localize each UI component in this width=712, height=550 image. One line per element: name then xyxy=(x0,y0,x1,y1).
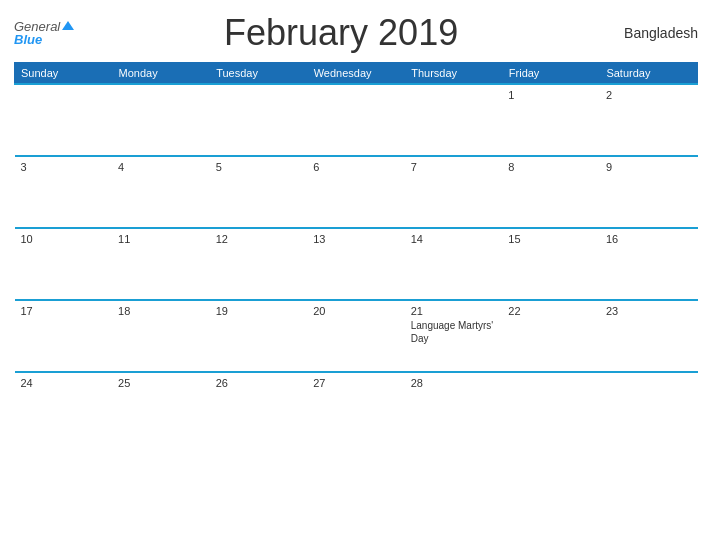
day-number: 27 xyxy=(313,377,399,389)
calendar-cell: 21Language Martyrs' Day xyxy=(405,300,503,372)
calendar-cell: 1 xyxy=(502,84,600,156)
day-number: 7 xyxy=(411,161,497,173)
day-number: 24 xyxy=(21,377,107,389)
day-number: 16 xyxy=(606,233,692,245)
calendar-cell: 16 xyxy=(600,228,698,300)
day-number: 21 xyxy=(411,305,497,317)
day-number: 10 xyxy=(21,233,107,245)
calendar-cell xyxy=(600,372,698,444)
calendar-cell: 5 xyxy=(210,156,308,228)
weekday-header-wednesday: Wednesday xyxy=(307,63,405,85)
calendar-cell: 22 xyxy=(502,300,600,372)
calendar-cell: 19 xyxy=(210,300,308,372)
weekday-header-saturday: Saturday xyxy=(600,63,698,85)
day-number: 18 xyxy=(118,305,204,317)
day-number: 3 xyxy=(21,161,107,173)
calendar-cell: 8 xyxy=(502,156,600,228)
calendar-cell: 24 xyxy=(15,372,113,444)
logo: General Blue xyxy=(14,20,74,46)
day-number: 1 xyxy=(508,89,594,101)
calendar-cell xyxy=(502,372,600,444)
calendar-cell: 26 xyxy=(210,372,308,444)
day-number: 25 xyxy=(118,377,204,389)
logo-blue-text: Blue xyxy=(14,33,74,46)
calendar-week-row: 10111213141516 xyxy=(15,228,698,300)
day-number: 5 xyxy=(216,161,302,173)
weekday-header-friday: Friday xyxy=(502,63,600,85)
calendar-cell: 12 xyxy=(210,228,308,300)
day-number: 11 xyxy=(118,233,204,245)
day-number: 8 xyxy=(508,161,594,173)
calendar-cell: 4 xyxy=(112,156,210,228)
day-number: 13 xyxy=(313,233,399,245)
logo-triangle-icon xyxy=(62,21,74,30)
calendar-cell: 14 xyxy=(405,228,503,300)
calendar-cell: 23 xyxy=(600,300,698,372)
calendar-cell: 25 xyxy=(112,372,210,444)
day-number: 4 xyxy=(118,161,204,173)
day-number: 22 xyxy=(508,305,594,317)
calendar-cell: 10 xyxy=(15,228,113,300)
calendar-cell xyxy=(210,84,308,156)
calendar-cell: 15 xyxy=(502,228,600,300)
event-label: Language Martyrs' Day xyxy=(411,319,497,345)
calendar-week-row: 12 xyxy=(15,84,698,156)
calendar-cell: 11 xyxy=(112,228,210,300)
day-number: 28 xyxy=(411,377,497,389)
weekday-header-tuesday: Tuesday xyxy=(210,63,308,85)
calendar-cell: 17 xyxy=(15,300,113,372)
calendar-week-row: 3456789 xyxy=(15,156,698,228)
calendar: SundayMondayTuesdayWednesdayThursdayFrid… xyxy=(14,62,698,444)
day-number: 19 xyxy=(216,305,302,317)
calendar-header-row: SundayMondayTuesdayWednesdayThursdayFrid… xyxy=(15,63,698,85)
calendar-cell: 20 xyxy=(307,300,405,372)
day-number: 12 xyxy=(216,233,302,245)
day-number: 15 xyxy=(508,233,594,245)
calendar-cell xyxy=(405,84,503,156)
calendar-week-row: 2425262728 xyxy=(15,372,698,444)
day-number: 6 xyxy=(313,161,399,173)
calendar-cell: 3 xyxy=(15,156,113,228)
day-number: 9 xyxy=(606,161,692,173)
day-number: 23 xyxy=(606,305,692,317)
day-number: 14 xyxy=(411,233,497,245)
calendar-cell: 28 xyxy=(405,372,503,444)
page: General Blue February 2019 Bangladesh Su… xyxy=(0,0,712,550)
day-number: 20 xyxy=(313,305,399,317)
weekday-header-thursday: Thursday xyxy=(405,63,503,85)
weekday-header-sunday: Sunday xyxy=(15,63,113,85)
calendar-cell: 27 xyxy=(307,372,405,444)
calendar-cell: 13 xyxy=(307,228,405,300)
country-label: Bangladesh xyxy=(608,25,698,41)
calendar-cell: 7 xyxy=(405,156,503,228)
month-title: February 2019 xyxy=(74,12,608,54)
day-number: 26 xyxy=(216,377,302,389)
calendar-cell: 2 xyxy=(600,84,698,156)
calendar-cell xyxy=(112,84,210,156)
calendar-week-row: 1718192021Language Martyrs' Day2223 xyxy=(15,300,698,372)
weekday-header-monday: Monday xyxy=(112,63,210,85)
calendar-cell: 6 xyxy=(307,156,405,228)
calendar-cell xyxy=(15,84,113,156)
calendar-cell xyxy=(307,84,405,156)
day-number: 2 xyxy=(606,89,692,101)
calendar-cell: 18 xyxy=(112,300,210,372)
header: General Blue February 2019 Bangladesh xyxy=(14,12,698,54)
calendar-cell: 9 xyxy=(600,156,698,228)
day-number: 17 xyxy=(21,305,107,317)
